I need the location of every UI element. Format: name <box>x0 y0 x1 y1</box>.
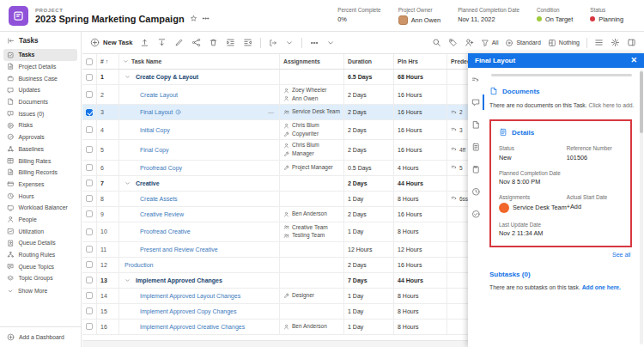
trash-icon[interactable] <box>209 38 218 47</box>
assignment-role[interactable]: Copywriter <box>283 131 319 138</box>
assignment-role[interactable]: Designer <box>283 292 314 300</box>
row-checkbox[interactable] <box>86 195 93 202</box>
filter-control[interactable]: All <box>481 39 499 47</box>
expand-chevron-icon[interactable] <box>125 74 131 80</box>
assignment-team[interactable]: Testing Team <box>283 232 325 240</box>
assignment-role[interactable]: Project Manager <box>283 164 333 172</box>
tag-icon[interactable] <box>448 38 458 47</box>
promote-icon[interactable] <box>140 38 149 47</box>
rail-page-tab[interactable] <box>469 117 485 132</box>
more-h-icon[interactable] <box>310 39 319 47</box>
row-checkbox[interactable] <box>86 228 93 235</box>
rail-bubble-tab[interactable] <box>469 94 485 110</box>
indent-icon[interactable] <box>226 38 235 47</box>
sidebar-item-hours[interactable]: Hours <box>3 190 77 202</box>
column-header-number[interactable]: # ↑ <box>97 54 119 69</box>
column-header-pln-hrs[interactable]: Pln Hrs <box>394 54 447 69</box>
sidebar-item-queue-topics[interactable]: Queue Topics <box>3 260 77 272</box>
sidebar-item-approvals[interactable]: Approvals <box>3 131 77 143</box>
task-name-link[interactable]: Create Layout <box>140 92 178 98</box>
sidebar-item-risks[interactable]: Risks <box>3 119 77 131</box>
task-name-link[interactable]: Production <box>125 262 153 268</box>
pencil-icon[interactable] <box>174 38 184 47</box>
sidebar-item-billing-records[interactable]: Billing Records <box>3 167 77 179</box>
sidebar-item-utilization[interactable]: Utilization <box>3 225 77 237</box>
task-name-link[interactable]: Present and Review Creative <box>140 247 218 253</box>
subtasks-add-link[interactable]: Add one here. <box>582 284 621 290</box>
assign-icon[interactable] <box>465 38 474 47</box>
chevron-down-icon[interactable] <box>326 39 335 47</box>
sidebar-item-tasks[interactable]: Tasks <box>3 49 77 61</box>
info-icon[interactable] <box>175 109 181 115</box>
documents-add-link[interactable]: Click here to add. <box>589 102 635 108</box>
demote-icon[interactable] <box>157 38 167 47</box>
rail-clipboard-tab[interactable] <box>469 161 485 177</box>
task-name-link[interactable]: Create Copy & Layout <box>125 74 198 80</box>
row-drag-handle[interactable]: — <box>268 109 274 115</box>
row-checkbox[interactable] <box>86 261 93 268</box>
column-header-assignments[interactable]: Assignments <box>280 54 344 69</box>
rail-pred-tab[interactable] <box>469 72 485 88</box>
task-name-link[interactable]: Create Assets <box>140 196 178 202</box>
sidebar-item-expenses[interactable]: Expenses <box>3 179 77 191</box>
list-icon[interactable] <box>594 38 604 47</box>
row-checkbox[interactable] <box>86 164 93 171</box>
row-checkbox[interactable] <box>86 292 93 299</box>
sidebar-item-people[interactable]: People <box>3 214 77 226</box>
column-header-duration[interactable]: Duration <box>344 54 394 69</box>
row-checkbox[interactable] <box>86 109 93 116</box>
panel-icon[interactable] <box>627 38 636 47</box>
expand-chevron-icon[interactable] <box>125 180 131 186</box>
row-checkbox[interactable] <box>86 126 93 133</box>
detail-field-value[interactable]: +Add <box>567 203 623 210</box>
row-checkbox[interactable] <box>86 277 93 283</box>
sidebar-item-issues-0[interactable]: Issues (0) <box>3 107 77 119</box>
row-checkbox[interactable] <box>86 180 93 186</box>
column-header-task-name[interactable]: Task Name <box>119 54 280 69</box>
sidebar-item-billing-rates[interactable]: Billing Rates <box>3 155 77 167</box>
sidebar-item-baselines[interactable]: Baselines <box>3 143 77 155</box>
subtasks-title[interactable]: Subtasks (0) <box>489 271 634 278</box>
see-all-link[interactable]: See all <box>493 252 630 258</box>
assignment-user[interactable]: Ben Anderson <box>283 210 327 218</box>
assignment-user[interactable]: Chris Blum <box>283 142 319 149</box>
outdent-icon[interactable] <box>243 38 252 47</box>
assignment-team[interactable]: Creative Team <box>283 224 328 232</box>
assignment-team[interactable]: Service Desk Team <box>283 108 340 116</box>
task-name-link[interactable]: Implement Approved Copy Changes <box>140 308 236 314</box>
rail-clock-tab[interactable] <box>469 184 485 199</box>
rail-note-tab[interactable] <box>469 139 485 155</box>
chevron-down-icon[interactable] <box>285 39 294 47</box>
documents-section-header[interactable]: Documents <box>489 87 634 95</box>
task-name-link[interactable]: Creative <box>125 180 160 186</box>
assignment-user[interactable]: Ann Owen <box>283 95 318 103</box>
task-name-link[interactable]: Final Copy <box>140 147 168 153</box>
task-name-link[interactable]: Implement Approved Creative Changes <box>140 324 245 330</box>
row-checkbox[interactable] <box>86 146 93 153</box>
share-icon[interactable] <box>191 38 201 47</box>
assignment-user[interactable]: Ben Anderson <box>283 323 327 331</box>
sidebar-item-business-case[interactable]: Business Case <box>3 72 77 84</box>
sidebar-item-topic-groups[interactable]: Topic Groups <box>3 272 77 284</box>
sidebar-show-more[interactable]: Show More <box>0 284 81 298</box>
sidebar-item-project-details[interactable]: Project Details <box>3 61 77 73</box>
new-task-button[interactable]: New Task <box>90 38 132 47</box>
task-name-link[interactable]: Implement Approved Layout Changes <box>140 293 240 299</box>
assignment-user[interactable]: Zoey Wheeler <box>283 87 326 94</box>
expand-chevron-icon[interactable] <box>125 277 131 283</box>
row-checkbox[interactable] <box>86 210 93 217</box>
export-icon[interactable] <box>269 39 277 47</box>
task-name-link[interactable]: Proofread Copy <box>140 165 182 171</box>
row-checkbox[interactable] <box>86 74 93 81</box>
sidebar-item-updates[interactable]: Updates <box>3 84 77 96</box>
view-control[interactable]: Standard <box>505 39 540 47</box>
add-dashboard-button[interactable]: Add a Dashboard <box>0 326 81 347</box>
rail-check-circle-tab[interactable] <box>469 206 485 222</box>
task-name-link[interactable]: Proofread Creative <box>140 228 191 234</box>
sidebar-item-workload-balancer[interactable]: Workload Balancer <box>3 202 77 214</box>
search-icon[interactable] <box>432 38 441 47</box>
assignment-role[interactable]: Manager <box>283 150 314 158</box>
sidebar-item-queue-details[interactable]: Queue Details <box>3 237 77 249</box>
back-icon[interactable] <box>7 37 15 45</box>
task-name-link[interactable]: Implement Approved Changes <box>125 277 222 283</box>
